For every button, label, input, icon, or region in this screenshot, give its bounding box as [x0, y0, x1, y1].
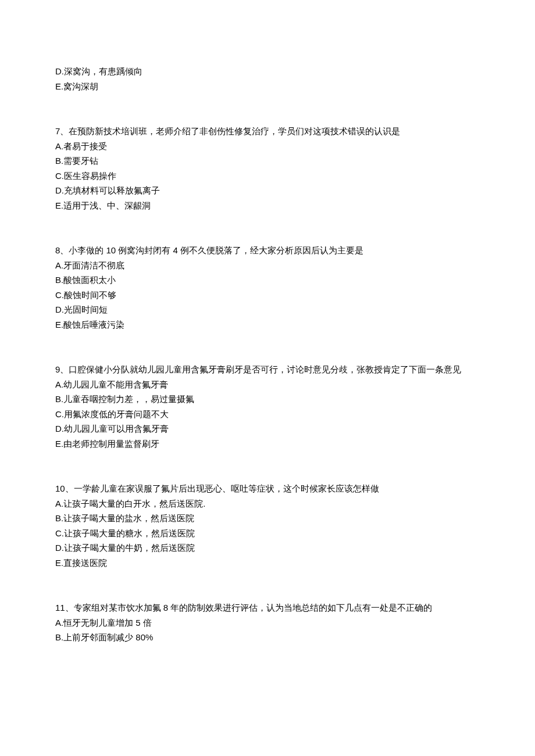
question-stem: 9、口腔保健小分队就幼儿园儿童用含氟牙膏刷牙是否可行，讨论时意见分歧，张教授肯定… [55, 362, 483, 377]
question-stem: 11、专家组对某市饮水加氟 8 年的防制效果进行评估，认为当地总结的如下几点有一… [55, 600, 483, 615]
option-d: D.幼儿园儿童可以用含氟牙膏 [55, 421, 483, 436]
option-d: D.光固时间短 [55, 302, 483, 317]
option-c: C.医生容易操作 [55, 169, 483, 184]
question-7: 7、在预防新技术培训班，老师介绍了非创伤性修复治疗，学员们对这项技术错误的认识是… [55, 124, 483, 213]
question-11-partial: 11、专家组对某市饮水加氟 8 年的防制效果进行评估，认为当地总结的如下几点有一… [55, 600, 483, 645]
option-e: E.由老师控制用量监督刷牙 [55, 436, 483, 452]
question-10: 10、一学龄儿童在家误服了氟片后出现恶心、呕吐等症状，这个时候家长应该怎样做 A… [55, 481, 483, 570]
option-a: A.恒牙无制儿童增加 5 倍 [55, 615, 483, 630]
question-6-partial: D.深窝沟，有患踽倾向 E.窝沟深胡 [55, 64, 483, 94]
option-a: A.让孩子喝大量的白开水，然后送医院. [55, 496, 483, 511]
option-a: A.幼儿园儿童不能用含氟牙膏 [55, 377, 483, 392]
option-e: E.直接送医院 [55, 556, 483, 571]
question-stem: 10、一学龄儿童在家误服了氟片后出现恶心、呕吐等症状，这个时候家长应该怎样做 [55, 481, 483, 496]
option-c: C.酸蚀时间不够 [55, 288, 483, 303]
option-d: D.让孩子喝大量的牛奶，然后送医院 [55, 540, 483, 556]
option-a: A.者易于接受 [55, 139, 483, 154]
option-d: D.充填材料可以释放氟离子 [55, 183, 483, 198]
option-b: B.儿童吞咽控制力差，，易过量摄氟 [55, 392, 483, 407]
question-stem: 8、小李做的 10 例窝沟封闭有 4 例不久便脱落了，经大家分析原因后认为主要是 [55, 243, 483, 258]
option-e: E.适用于浅、中、深龈洞 [55, 198, 483, 213]
option-b: B.让孩子喝大量的盐水，然后送医院 [55, 511, 483, 526]
option-e: E.窝沟深胡 [55, 79, 483, 94]
option-c: C.用氟浓度低的牙膏问题不大 [55, 407, 483, 422]
question-9: 9、口腔保健小分队就幼儿园儿童用含氟牙膏刷牙是否可行，讨论时意见分歧，张教授肯定… [55, 362, 483, 451]
option-b: B.需要牙钻 [55, 153, 483, 169]
option-a: A.牙面清洁不彻底 [55, 258, 483, 273]
option-e: E.酸蚀后唾液污染 [55, 317, 483, 332]
option-c: C.让孩子喝大量的糖水，然后送医院 [55, 526, 483, 541]
question-8: 8、小李做的 10 例窝沟封闭有 4 例不久便脱落了，经大家分析原因后认为主要是… [55, 243, 483, 332]
option-b: B.酸蚀面积太小 [55, 273, 483, 288]
option-b: B.上前牙邻面制减少 80% [55, 630, 483, 645]
question-stem: 7、在预防新技术培训班，老师介绍了非创伤性修复治疗，学员们对这项技术错误的认识是 [55, 124, 483, 139]
option-d: D.深窝沟，有患踽倾向 [55, 64, 483, 79]
